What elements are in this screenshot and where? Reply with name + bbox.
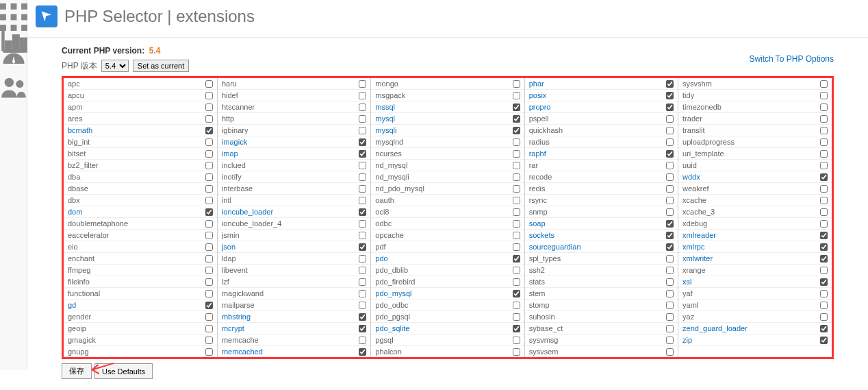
ext-checkbox-mcrypt[interactable] <box>359 325 366 332</box>
ext-checkbox-xmlrpc[interactable] <box>820 243 828 251</box>
ext-label-xrange[interactable]: xrange <box>682 266 706 274</box>
ext-checkbox-ffmpeg[interactable] <box>205 267 213 274</box>
ext-checkbox-posix[interactable] <box>666 92 674 99</box>
ext-checkbox-opcache[interactable] <box>513 232 520 239</box>
stats-icon[interactable] <box>0 29 27 52</box>
ext-checkbox-xcache[interactable] <box>820 197 828 204</box>
ext-label-pgsql[interactable]: pgsql <box>375 336 393 344</box>
ext-checkbox-bcmath[interactable] <box>205 127 213 134</box>
use-defaults-button[interactable]: Use Defaults <box>94 363 153 379</box>
ext-checkbox-yaf[interactable] <box>820 290 828 297</box>
ext-checkbox-ioncube_loader[interactable] <box>359 208 366 216</box>
ext-checkbox-eio[interactable] <box>205 243 213 251</box>
ext-label-uuid[interactable]: uuid <box>682 161 697 169</box>
ext-label-stats[interactable]: stats <box>529 278 545 286</box>
ext-checkbox-mysqli[interactable] <box>513 127 520 134</box>
ext-checkbox-ioncube_loader_4[interactable] <box>359 220 366 228</box>
ext-checkbox-mssql[interactable] <box>513 103 520 111</box>
ext-label-spl_types[interactable]: spl_types <box>529 254 561 263</box>
apps-icon[interactable] <box>0 5 27 29</box>
ext-checkbox-pdo_firebird[interactable] <box>513 278 520 286</box>
ext-checkbox-stomp[interactable] <box>666 302 674 309</box>
ext-checkbox-gnupg[interactable] <box>205 348 213 356</box>
ext-checkbox-ldap[interactable] <box>359 255 366 263</box>
ext-label-trader[interactable]: trader <box>682 114 702 123</box>
ext-label-gnupg[interactable]: gnupg <box>68 348 89 356</box>
ext-checkbox-sourceguardian[interactable] <box>666 243 674 251</box>
ext-label-geoip[interactable]: geoip <box>68 324 86 332</box>
ext-checkbox-stats[interactable] <box>666 278 674 286</box>
ext-label-propro[interactable]: propro <box>529 103 551 111</box>
ext-checkbox-spl_types[interactable] <box>666 255 674 263</box>
ext-checkbox-gender[interactable] <box>205 313 213 321</box>
ext-label-gmagick[interactable]: gmagick <box>68 336 96 344</box>
ext-label-pspell[interactable]: pspell <box>529 114 549 123</box>
ext-checkbox-memcache[interactable] <box>359 337 366 344</box>
ext-label-imap[interactable]: imap <box>222 149 238 158</box>
ext-label-apcu[interactable]: apcu <box>68 91 84 99</box>
ext-label-inotify[interactable]: inotify <box>222 173 242 181</box>
ext-checkbox-xdebug[interactable] <box>820 220 828 228</box>
ext-label-ffmpeg[interactable]: ffmpeg <box>68 266 90 274</box>
ext-label-xmlwriter[interactable]: xmlwriter <box>682 254 713 263</box>
ext-checkbox-yaz[interactable] <box>820 313 828 321</box>
ext-label-mcrypt[interactable]: mcrypt <box>222 324 244 332</box>
ext-label-stem[interactable]: stem <box>529 289 546 297</box>
ext-label-gender[interactable]: gender <box>68 313 91 321</box>
ext-label-sysvmsg[interactable]: sysvmsg <box>529 336 559 344</box>
ext-checkbox-rar[interactable] <box>666 162 674 169</box>
ext-checkbox-rsync[interactable] <box>666 197 674 204</box>
ext-checkbox-mbstring[interactable] <box>359 313 366 321</box>
ext-checkbox-xcache_3[interactable] <box>820 208 828 216</box>
ext-checkbox-phar[interactable] <box>666 80 674 88</box>
ext-checkbox-fileinfo[interactable] <box>205 278 213 286</box>
ext-label-inclued[interactable]: inclued <box>222 161 246 169</box>
ext-label-uri_template[interactable]: uri_template <box>682 149 724 158</box>
ext-checkbox-sybase_ct[interactable] <box>666 325 674 332</box>
ext-label-radius[interactable]: radius <box>529 138 550 146</box>
ext-label-jsmin[interactable]: jsmin <box>222 231 240 239</box>
ext-label-lzf[interactable]: lzf <box>222 278 229 286</box>
ext-label-uploadprogress[interactable]: uploadprogress <box>682 138 735 146</box>
ext-checkbox-radius[interactable] <box>666 138 674 146</box>
ext-label-sysvshm[interactable]: sysvshm <box>682 80 712 88</box>
ext-label-http[interactable]: http <box>222 114 234 123</box>
ext-label-sybase_ct[interactable]: sybase_ct <box>529 324 563 332</box>
ext-label-imagick[interactable]: imagick <box>222 138 247 146</box>
ext-label-suhosin[interactable]: suhosin <box>529 313 555 321</box>
ext-label-raphf[interactable]: raphf <box>529 149 546 158</box>
ext-checkbox-eaccelerator[interactable] <box>205 232 213 239</box>
ext-label-timezonedb[interactable]: timezonedb <box>682 103 722 111</box>
ext-checkbox-xrange[interactable] <box>820 267 828 274</box>
ext-label-pdo_sqlite[interactable]: pdo_sqlite <box>375 324 409 332</box>
ext-label-xmlrpc[interactable]: xmlrpc <box>682 243 704 251</box>
ext-checkbox-sysvshm[interactable] <box>820 80 828 88</box>
ext-checkbox-sockets[interactable] <box>666 232 674 239</box>
ext-checkbox-dbase[interactable] <box>205 185 213 193</box>
save-button[interactable]: 保存 <box>62 363 92 379</box>
ext-label-json[interactable]: json <box>222 243 235 251</box>
ext-label-mysqlnd[interactable]: mysqlnd <box>375 138 403 146</box>
ext-checkbox-mailparse[interactable] <box>359 302 366 309</box>
ext-checkbox-tidy[interactable] <box>820 92 828 99</box>
ext-label-mailparse[interactable]: mailparse <box>222 301 255 309</box>
php-version-select[interactable]: 5.4 <box>101 60 129 72</box>
ext-checkbox-weakref[interactable] <box>820 185 828 193</box>
ext-checkbox-dom[interactable] <box>205 208 213 216</box>
ext-label-bz2_filter[interactable]: bz2_filter <box>68 161 99 169</box>
ext-label-ares[interactable]: ares <box>68 114 82 123</box>
ext-checkbox-ares[interactable] <box>205 115 213 123</box>
ext-checkbox-apm[interactable] <box>205 103 213 111</box>
ext-label-sourceguardian[interactable]: sourceguardian <box>529 243 581 251</box>
ext-label-dbase[interactable]: dbase <box>68 184 88 193</box>
ext-checkbox-igbinary[interactable] <box>359 127 366 134</box>
ext-label-gd[interactable]: gd <box>68 301 76 309</box>
ext-checkbox-uuid[interactable] <box>820 162 828 169</box>
ext-label-translit[interactable]: translit <box>682 126 704 134</box>
ext-checkbox-bitset[interactable] <box>205 150 213 158</box>
ext-label-yaml[interactable]: yaml <box>682 301 698 309</box>
set-current-button[interactable]: Set as current <box>133 60 189 72</box>
ext-label-mssql[interactable]: mssql <box>375 103 395 111</box>
ext-checkbox-translit[interactable] <box>820 127 828 134</box>
ext-label-xmlreader[interactable]: xmlreader <box>682 231 716 239</box>
